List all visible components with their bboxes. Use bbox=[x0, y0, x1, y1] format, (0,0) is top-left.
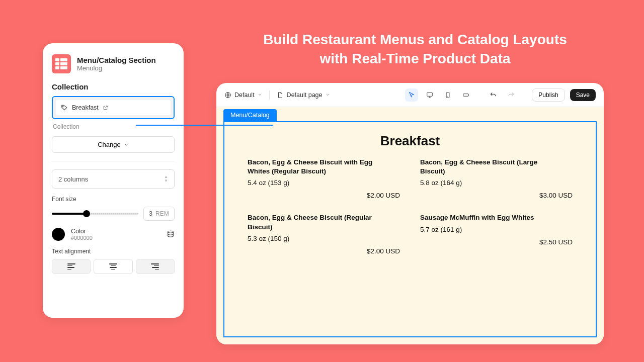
menu-item-name: Bacon, Egg & Cheese Biscuit (Large Biscu… bbox=[420, 158, 551, 176]
menu-item: Bacon, Egg & Cheese Biscuit with Egg Whi… bbox=[248, 158, 400, 199]
undo-button[interactable] bbox=[487, 88, 500, 102]
collection-heading: Collection bbox=[52, 82, 175, 91]
collection-selector[interactable]: Breakfast bbox=[52, 96, 175, 119]
align-left-button[interactable] bbox=[52, 259, 91, 274]
menu-item-name: Sausage McMuffin with Egg Whites bbox=[420, 213, 551, 222]
settings-subtitle: Menulog bbox=[77, 64, 156, 72]
connector-line bbox=[136, 125, 273, 126]
device-desktop-button[interactable] bbox=[423, 88, 436, 102]
chevron-down-icon bbox=[326, 93, 330, 97]
align-center-button[interactable] bbox=[94, 259, 132, 274]
menu-item-weight: 5.8 oz (164 g) bbox=[420, 179, 573, 187]
color-label: Color bbox=[71, 228, 160, 235]
theme-label: Default bbox=[234, 92, 255, 99]
font-size-unit: REM bbox=[155, 210, 169, 217]
hero-headline: Build Restaurant Menus and Catalog Layou… bbox=[216, 30, 614, 68]
publish-button[interactable]: Publish bbox=[532, 88, 565, 102]
menu-item: Bacon, Egg & Cheese Biscuit (Large Biscu… bbox=[420, 158, 573, 199]
text-align-label: Text alignment bbox=[52, 248, 175, 255]
app-icon bbox=[52, 54, 71, 73]
toolbar-separator bbox=[269, 90, 270, 100]
preview-panel: Default Default page bbox=[216, 83, 604, 344]
menu-item-price: $3.00 USD bbox=[420, 192, 573, 199]
menu-grid: Bacon, Egg & Cheese Biscuit with Egg Whi… bbox=[224, 158, 596, 255]
device-fullwidth-button[interactable] bbox=[459, 88, 472, 102]
hero-line1: Build Restaurant Menus and Catalog Layou… bbox=[263, 32, 567, 47]
cursor-icon bbox=[408, 92, 415, 99]
color-swatch[interactable] bbox=[52, 228, 65, 241]
collection-name: Breakfast bbox=[72, 104, 99, 111]
menu-item-weight: 5.4 oz (153 g) bbox=[248, 179, 400, 187]
color-hex: #000000 bbox=[71, 235, 160, 241]
external-link-icon bbox=[103, 105, 108, 111]
font-size-value: 3 bbox=[149, 210, 152, 217]
page-label: Default page bbox=[287, 92, 323, 99]
menu-item-price: $2.00 USD bbox=[248, 247, 400, 255]
menu-item-price: $2.00 USD bbox=[248, 192, 400, 199]
settings-title: Menu/Catalog Section bbox=[77, 56, 156, 64]
menu-item-weight: 5.7 oz (161 g) bbox=[420, 226, 573, 233]
menu-item-name: Bacon, Egg & Cheese Biscuit (Regular Bis… bbox=[248, 213, 378, 231]
svg-point-5 bbox=[448, 97, 448, 97]
page-icon bbox=[277, 92, 284, 99]
columns-label: 2 columns bbox=[58, 175, 88, 183]
menu-title: Breakfast bbox=[224, 122, 596, 158]
mobile-icon bbox=[444, 92, 451, 99]
desktop-icon bbox=[426, 92, 433, 99]
menu-catalog-frame[interactable]: Menu/Catalog Breakfast Bacon, Egg & Chee… bbox=[223, 121, 597, 337]
database-icon[interactable] bbox=[167, 230, 175, 238]
align-right-button[interactable] bbox=[136, 259, 175, 274]
fullwidth-icon bbox=[462, 92, 469, 99]
columns-select[interactable]: 2 columns ▲▼ bbox=[52, 169, 175, 189]
stepper-icon: ▲▼ bbox=[164, 175, 168, 183]
redo-button[interactable] bbox=[505, 88, 518, 102]
chevron-down-icon bbox=[258, 93, 262, 97]
editor-canvas: Menu/Catalog Breakfast Bacon, Egg & Chee… bbox=[216, 107, 604, 344]
settings-panel: Menu/Catalog Section Menulog Collection … bbox=[43, 43, 184, 318]
undo-icon bbox=[490, 92, 497, 99]
menu-item: Bacon, Egg & Cheese Biscuit (Regular Bis… bbox=[248, 213, 400, 254]
settings-header: Menu/Catalog Section Menulog bbox=[52, 54, 175, 73]
change-button[interactable]: Change bbox=[52, 136, 175, 153]
font-size-slider[interactable] bbox=[52, 213, 138, 215]
change-button-label: Change bbox=[98, 141, 121, 148]
globe-icon bbox=[224, 92, 231, 99]
inspector-button[interactable] bbox=[405, 88, 418, 102]
collection-chip[interactable]: Breakfast bbox=[56, 100, 171, 115]
tag-icon bbox=[61, 104, 68, 111]
menu-item-name: Bacon, Egg & Cheese Biscuit with Egg Whi… bbox=[248, 158, 378, 176]
svg-rect-3 bbox=[427, 93, 433, 96]
font-size-input[interactable]: 3 REM bbox=[143, 207, 175, 221]
divider bbox=[52, 161, 175, 161]
frame-tab: Menu/Catalog bbox=[223, 109, 277, 121]
svg-rect-6 bbox=[463, 94, 469, 96]
theme-selector[interactable]: Default bbox=[224, 92, 262, 99]
svg-point-1 bbox=[168, 231, 174, 233]
redo-icon bbox=[508, 92, 515, 99]
menu-item-price: $2.50 USD bbox=[420, 238, 573, 246]
page-selector[interactable]: Default page bbox=[277, 92, 330, 99]
hero-line2: with Real-Time Product Data bbox=[319, 51, 510, 66]
save-button[interactable]: Save bbox=[570, 89, 596, 101]
svg-point-0 bbox=[63, 106, 63, 107]
menu-item: Sausage McMuffin with Egg Whites 5.7 oz … bbox=[420, 213, 573, 254]
device-mobile-button[interactable] bbox=[441, 88, 454, 102]
font-size-label: Font size bbox=[52, 196, 175, 203]
menu-item-weight: 5.3 oz (150 g) bbox=[248, 235, 400, 242]
editor-toolbar: Default Default page bbox=[216, 83, 604, 107]
chevron-down-icon bbox=[124, 142, 129, 147]
